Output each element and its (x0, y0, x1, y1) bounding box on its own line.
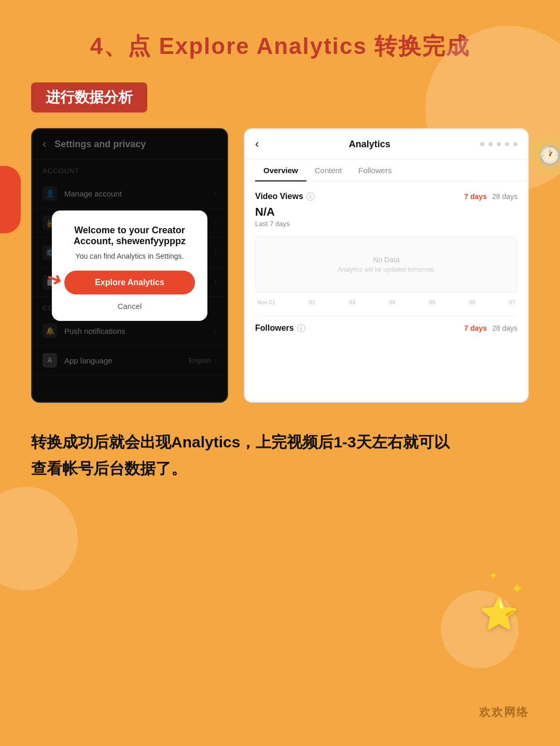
video-views-7days[interactable]: 7 days (464, 192, 487, 201)
video-views-sublabel: Last 7 days (255, 220, 517, 228)
x-label-6: 06 (469, 299, 475, 305)
chart-no-data-text: No Data (373, 256, 399, 264)
bottom-text: 转换成功后就会出现Analytics，上完视频后1-3天左右就可以 查看帐号后台… (31, 429, 529, 482)
video-views-days: 7 days 28 days (464, 192, 517, 201)
star-decoration: ✦ ✦ ⭐ (480, 595, 519, 632)
bg-circle-2 (0, 487, 78, 590)
tab-followers[interactable]: Followers (350, 160, 400, 181)
bottom-line2: 查看帐号后台数据了。 (31, 460, 187, 477)
arrow-indicator: ➜ (44, 266, 66, 292)
followers-28days[interactable]: 28 days (492, 324, 517, 332)
page-container: 🕐 4、点 Explore Analytics 转换完成 进行数据分析 ‹ Se… (0, 0, 560, 746)
section-badge: 进行数据分析 (31, 82, 147, 112)
x-label-4: 04 (389, 299, 395, 305)
x-label-3: 03 (349, 299, 355, 305)
x-label-5: 05 (429, 299, 435, 305)
star-small-2: ✦ (488, 569, 498, 583)
tab-overview[interactable]: Overview (255, 160, 306, 181)
chart-x-axis: Nov 01 02 03 04 05 06 07 (255, 299, 517, 305)
video-views-info-icon[interactable]: i (306, 192, 315, 201)
chart-no-data-sub: Analytics will be updated tomorrow. (338, 266, 435, 273)
popup-box: ➜ Welcome to your Creator Account, shewe… (52, 210, 207, 321)
followers-info-icon[interactable]: i (297, 324, 305, 332)
video-views-label: Video Views i (255, 192, 315, 201)
x-label-7: 07 (509, 299, 515, 305)
analytics-back-icon[interactable]: ‹ (255, 137, 259, 151)
popup-title: Welcome to your Creator Account, shewenf… (64, 225, 195, 247)
x-label-1: Nov 01 (257, 299, 275, 305)
left-decoration (0, 166, 21, 233)
popup-subtitle: You can find Analytics in Settings. (64, 252, 195, 260)
video-views-28days[interactable]: 28 days (492, 192, 517, 201)
analytics-body: Video Views i 7 days 28 days N/A Last 7 … (245, 181, 528, 343)
tab-content[interactable]: Content (306, 160, 351, 181)
star-large: ⭐ (480, 596, 519, 631)
cancel-button[interactable]: Cancel (64, 302, 195, 311)
video-views-row: Video Views i 7 days 28 days (255, 192, 517, 201)
watermark: 欢欢网络 (479, 705, 529, 720)
star-small-1: ✦ (511, 580, 524, 598)
video-views-value: N/A (255, 205, 517, 219)
popup-overlay: ➜ Welcome to your Creator Account, shewe… (32, 129, 227, 402)
followers-days: 7 days 28 days (464, 324, 517, 332)
followers-row: Followers i 7 days 28 days (255, 316, 517, 333)
followers-7days[interactable]: 7 days (464, 324, 487, 332)
chart-area: No Data Analytics will be updated tomorr… (255, 236, 517, 293)
bottom-line1: 转换成功后就会出现Analytics，上完视频后1-3天左右就可以 (31, 433, 450, 451)
followers-label: Followers i (255, 323, 305, 333)
explore-analytics-button[interactable]: Explore Analytics (64, 271, 195, 294)
settings-screenshot: ‹ Settings and privacy ACCOUNT 👤 Manage … (31, 128, 228, 403)
x-label-2: 02 (309, 299, 315, 305)
